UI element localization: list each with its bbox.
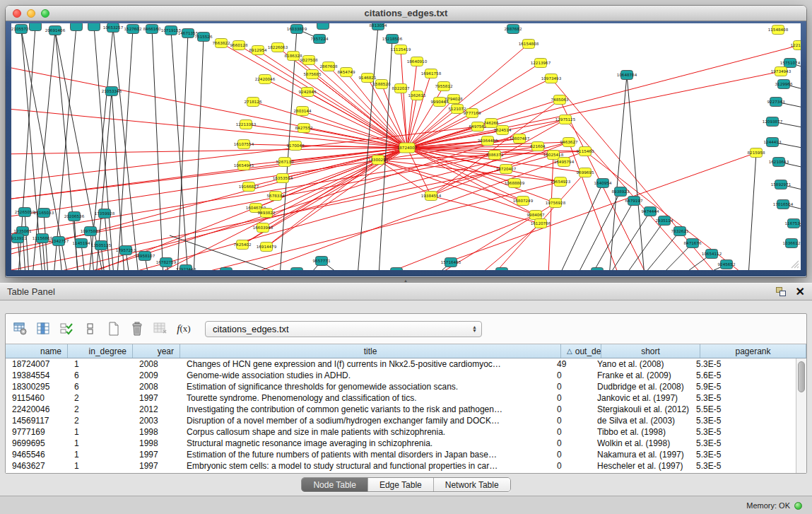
graph-node[interactable]: 12213383	[236, 120, 257, 129]
table-cell[interactable]: 1	[68, 426, 133, 438]
graph-node[interactable]: 9327508	[300, 56, 318, 65]
table-cell[interactable]: 19384554	[6, 370, 68, 381]
table-cell[interactable]: 5.6E-5	[690, 370, 796, 381]
table-cell[interactable]: 5.5E-5	[690, 404, 796, 415]
table-cell[interactable]: Yano et al. (2008)	[591, 358, 690, 370]
table-cell[interactable]: 0	[551, 370, 591, 381]
graph-node[interactable]: 16107554	[234, 140, 254, 149]
graph-node[interactable]	[71, 23, 83, 31]
column-header-out_de[interactable]: △out_de…	[561, 344, 601, 358]
graph-node-hub[interactable]: 18724007	[397, 143, 418, 153]
graph-node[interactable]: 16914479	[257, 243, 277, 252]
table-cell[interactable]: 2	[68, 392, 133, 404]
graph-node[interactable]	[592, 268, 604, 271]
graph-node[interactable]: 1588520	[373, 80, 391, 89]
graph-node[interactable]: 7515526	[195, 33, 213, 42]
graph-node[interactable]: 12923448	[176, 265, 196, 271]
table-cell[interactable]: 2008	[133, 358, 180, 370]
memory-ok-icon[interactable]	[794, 502, 802, 510]
table-cell[interactable]: Disruption of a novel member of a sodium…	[180, 415, 551, 426]
table-cell[interactable]: Genome-wide association studies in ADHD.	[180, 370, 551, 381]
table-settings-icon[interactable]	[11, 320, 30, 338]
graph-node[interactable]: 15751074	[780, 59, 801, 68]
graph-node[interactable]: 2887682	[505, 25, 522, 34]
graph-node[interactable]: 15892971	[771, 180, 792, 189]
graph-node[interactable]: 2803144	[294, 107, 312, 116]
delete-table-icon[interactable]	[151, 320, 170, 338]
graph-node[interactable]: 19756928	[546, 199, 566, 208]
table-row[interactable]: 977716911998Corpus callosum shape and si…	[6, 426, 796, 438]
select-rows-check-icon[interactable]	[58, 320, 76, 338]
table-cell[interactable]: 14569117	[6, 415, 68, 426]
graph-node[interactable]: 11125419	[391, 45, 411, 54]
column-header-short[interactable]: short	[601, 344, 700, 358]
table-cell[interactable]: 5.3E-5	[690, 460, 796, 472]
table-cell[interactable]: 0	[551, 392, 591, 404]
graph-node[interactable]: 10653257	[103, 23, 124, 33]
graph-node[interactable]: 11548408	[768, 25, 789, 35]
table-cell[interactable]: 49	[551, 358, 591, 370]
table-cell[interactable]: 22420046	[6, 404, 68, 415]
graph-node[interactable]: 9463627	[560, 138, 578, 147]
graph-node[interactable]	[30, 23, 42, 31]
graph-node[interactable]: 16961758	[421, 69, 442, 78]
close-window-button[interactable]	[13, 9, 21, 18]
graph-node[interactable]: 17016504	[773, 200, 794, 209]
graph-node[interactable]: 5678334	[267, 192, 285, 201]
table-row[interactable]: 1872400712008Changes of HCN gene express…	[6, 358, 796, 370]
graph-node[interactable]: 16210643	[769, 158, 789, 167]
table-select-dropdown[interactable]: citations_edges.txt ▲▼	[205, 321, 482, 337]
table-cell[interactable]: 2009	[133, 370, 180, 381]
graph-node[interactable]: 1362615	[408, 91, 426, 100]
graph-node[interactable]: 1640954	[594, 179, 612, 188]
graph-node[interactable]: 19166827	[239, 182, 259, 192]
graph-node[interactable]: 9227343	[767, 98, 785, 107]
column-header-in_degree[interactable]: in_degree	[68, 344, 133, 358]
graph-node[interactable]: 1221397	[791, 41, 801, 50]
tab-network-table[interactable]: Network Table	[434, 478, 510, 491]
table-row[interactable]: 946554611997Estimation of the future num…	[6, 449, 796, 460]
graph-node[interactable]: 8322037	[392, 84, 410, 93]
graph-node[interactable]: 16958107	[135, 252, 155, 261]
graph-node[interactable]: 7357224	[311, 35, 329, 44]
graph-node[interactable]: 12093877	[763, 117, 783, 127]
graph-node[interactable]: 9170048	[287, 141, 305, 151]
scrollbar-thumb[interactable]	[798, 361, 805, 392]
table-cell[interactable]: 9463627	[6, 460, 68, 472]
graph-node[interactable]: 15716485	[441, 258, 461, 267]
table-cell[interactable]: 1997	[133, 449, 180, 460]
table-cell[interactable]: Tourette syndrome. Phenomenology and cla…	[180, 392, 551, 404]
table-cell[interactable]: Stergiakouli et al. (2012)	[591, 404, 690, 415]
graph-node[interactable]: 9474444	[642, 207, 659, 216]
tab-edge-table[interactable]: Edge Table	[368, 478, 434, 491]
network-graph[interactable]: 2105572420691406106532571527602846616010…	[11, 23, 801, 270]
float-panel-icon[interactable]	[776, 287, 787, 297]
graph-node[interactable]: 9660128	[230, 41, 248, 50]
graph-node[interactable]: 16154808	[519, 40, 539, 49]
graph-node[interactable]: 16782759	[156, 258, 177, 267]
table-cell[interactable]: 0	[551, 438, 591, 449]
graph-node[interactable]: 7832621	[671, 227, 689, 236]
table-cell[interactable]: 9699695	[6, 438, 68, 449]
table-cell[interactable]: de Silva et al. (2003)	[591, 415, 690, 426]
table-cell[interactable]: Franke et al. (2009)	[591, 370, 690, 381]
graph-node[interactable]: 19734943	[771, 67, 792, 76]
graph-node[interactable]	[496, 268, 508, 271]
graph-node[interactable]: 3129966	[775, 80, 793, 89]
table-row[interactable]: 946362711997Embryonic stem cells: a mode…	[6, 460, 796, 472]
zoom-window-button[interactable]	[41, 9, 49, 18]
graph-node[interactable]	[88, 23, 100, 31]
table-row[interactable]: 1830029562008Estimation of significance …	[6, 381, 796, 392]
graph-node[interactable]: 15218506	[382, 35, 403, 44]
table-row[interactable]: 1938455462009Genome-wide association stu…	[6, 370, 796, 381]
column-header-year[interactable]: year	[133, 344, 180, 358]
graph-node[interactable]: 12213967	[531, 59, 551, 68]
graph-node[interactable]: 16353594	[273, 174, 293, 183]
table-row[interactable]: 969969511998Structural magnetic resonanc…	[6, 438, 796, 449]
table-cell[interactable]: 2003	[133, 415, 180, 426]
table-cell[interactable]: Structural magnetic resonance image aver…	[180, 438, 551, 449]
new-table-icon[interactable]	[105, 320, 123, 338]
table-cell[interactable]: 1	[68, 449, 133, 460]
graph-node[interactable]	[317, 23, 329, 30]
graph-node[interactable]: 8466160	[143, 25, 161, 34]
